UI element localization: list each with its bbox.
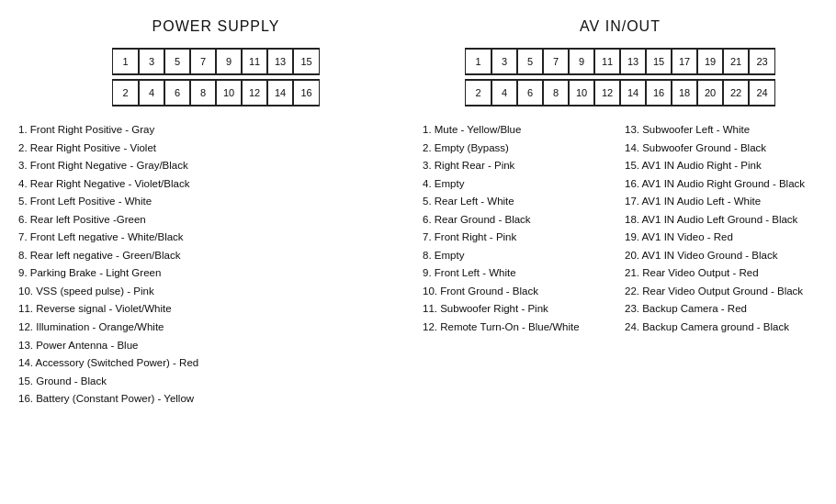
pin-cell: 3: [139, 49, 164, 74]
list-item: 8. Rear left negative - Green/Black: [18, 247, 413, 265]
list-item: 10. Front Ground - Black: [423, 283, 616, 301]
pin-cell: 16: [293, 80, 319, 106]
list-item: 11. Reverse signal - Violet/White: [18, 300, 413, 319]
list-item: 21. Rear Video Output - Red: [625, 264, 818, 283]
list-item: 13. Subwoofer Left - White: [625, 121, 818, 140]
power-supply-connector: 13579111315 246810121416: [18, 46, 413, 108]
pin-cell: 5: [517, 49, 543, 74]
list-item: 1. Front Right Positive - Gray: [18, 121, 413, 140]
pin-cell: 13: [267, 49, 293, 74]
list-item: 12. Remote Turn-On - Blue/White: [423, 319, 616, 337]
pin-cell: 6: [164, 80, 190, 106]
list-item: 2. Rear Right Positive - Violet: [18, 140, 413, 158]
list-item: 7. Front Right - Pink: [423, 229, 616, 247]
power-row2: 246810121416: [112, 79, 320, 106]
av-inout-title: AV IN/OUT: [423, 18, 818, 35]
list-item: 13. Power Antenna - Blue: [18, 337, 413, 355]
av-col2: 13. Subwoofer Left - White14. Subwoofer …: [625, 121, 818, 337]
list-item: 9. Front Left - White: [423, 264, 616, 283]
list-item: 6. Rear Ground - Black: [423, 211, 616, 230]
pin-cell: 4: [491, 80, 517, 106]
list-item: 15. Ground - Black: [18, 373, 413, 391]
pin-cell: 2: [113, 80, 139, 106]
list-item: 18. AV1 IN Audio Left Ground - Black: [625, 211, 818, 230]
pin-cell: 11: [594, 49, 620, 74]
pin-cell: 1: [466, 49, 491, 74]
pin-cell: 9: [569, 49, 594, 74]
pin-cell: 20: [697, 80, 723, 106]
power-supply-title: POWER SUPPLY: [18, 18, 413, 35]
pin-cell: 7: [543, 49, 569, 74]
list-item: 17. AV1 IN Audio Left - White: [625, 193, 818, 211]
list-item: 24. Backup Camera ground - Black: [625, 319, 818, 337]
pin-cell: 8: [190, 80, 216, 106]
list-item: 12. Illumination - Orange/White: [18, 319, 413, 337]
pin-cell: 16: [646, 80, 672, 106]
list-item: 8. Empty: [423, 247, 616, 265]
pin-cell: 9: [216, 49, 242, 74]
pin-cell: 2: [466, 80, 491, 106]
av-lists: 1. Mute - Yellow/Blue2. Empty (Bypass)3.…: [423, 121, 818, 337]
list-item: 9. Parking Brake - Light Green: [18, 264, 413, 283]
pin-cell: 18: [672, 80, 697, 106]
list-item: 4. Rear Right Negative - Violet/Black: [18, 175, 413, 194]
pin-cell: 15: [293, 49, 319, 74]
pin-cell: 17: [672, 49, 697, 74]
pin-cell: 6: [517, 80, 543, 106]
list-item: 16. AV1 IN Audio Right Ground - Black: [625, 175, 818, 194]
pin-cell: 14: [267, 80, 293, 106]
list-item: 15. AV1 IN Audio Right - Pink: [625, 157, 818, 175]
pin-cell: 8: [543, 80, 569, 106]
list-item: 4. Empty: [423, 175, 616, 194]
pin-cell: 11: [242, 49, 267, 74]
pin-cell: 14: [620, 80, 646, 106]
pin-cell: 19: [697, 49, 723, 74]
list-item: 3. Right Rear - Pink: [423, 157, 616, 175]
av-inout-section: AV IN/OUT 1357911131517192123 2468101214…: [423, 18, 818, 409]
list-item: 23. Backup Camera - Red: [625, 300, 818, 319]
list-item: 14. Subwoofer Ground - Black: [625, 140, 818, 158]
pin-cell: 24: [749, 80, 774, 106]
av-row1: 1357911131517192123: [465, 48, 775, 75]
list-item: 2. Empty (Bypass): [423, 140, 616, 158]
pin-cell: 12: [594, 80, 620, 106]
av-col1: 1. Mute - Yellow/Blue2. Empty (Bypass)3.…: [423, 121, 616, 337]
list-item: 5. Rear Left - White: [423, 193, 616, 211]
pin-cell: 10: [216, 80, 242, 106]
list-item: 7. Front Left negative - White/Black: [18, 229, 413, 247]
list-item: 6. Rear left Positive -Green: [18, 211, 413, 230]
pin-cell: 3: [491, 49, 517, 74]
list-item: 3. Front Right Negative - Gray/Black: [18, 157, 413, 175]
pin-cell: 10: [569, 80, 594, 106]
av-connector: 1357911131517192123 24681012141618202224: [423, 46, 818, 108]
pin-cell: 12: [242, 80, 267, 106]
power-row1: 13579111315: [112, 48, 320, 75]
list-item: 20. AV1 IN Video Ground - Black: [625, 247, 818, 265]
pin-cell: 15: [646, 49, 672, 74]
power-supply-list: 1. Front Right Positive - Gray2. Rear Ri…: [18, 121, 413, 409]
list-item: 16. Battery (Constant Power) - Yellow: [18, 390, 413, 409]
pin-cell: 23: [749, 49, 774, 74]
av-row2: 24681012141618202224: [465, 79, 775, 106]
pin-cell: 21: [723, 49, 749, 74]
power-supply-section: POWER SUPPLY 13579111315 246810121416 1.…: [18, 18, 413, 409]
pin-cell: 7: [190, 49, 216, 74]
list-item: 19. AV1 IN Video - Red: [625, 229, 818, 247]
pin-cell: 5: [164, 49, 190, 74]
list-item: 5. Front Left Positive - White: [18, 193, 413, 211]
list-item: 14. Accessory (Switched Power) - Red: [18, 354, 413, 373]
pin-cell: 13: [620, 49, 646, 74]
list-item: 10. VSS (speed pulse) - Pink: [18, 283, 413, 301]
pin-cell: 22: [723, 80, 749, 106]
list-item: 11. Subwoofer Right - Pink: [423, 300, 616, 319]
pin-cell: 1: [113, 49, 139, 74]
list-item: 22. Rear Video Output Ground - Black: [625, 283, 818, 301]
pin-cell: 4: [139, 80, 164, 106]
list-item: 1. Mute - Yellow/Blue: [423, 121, 616, 140]
main-container: POWER SUPPLY 13579111315 246810121416 1.…: [18, 18, 818, 409]
